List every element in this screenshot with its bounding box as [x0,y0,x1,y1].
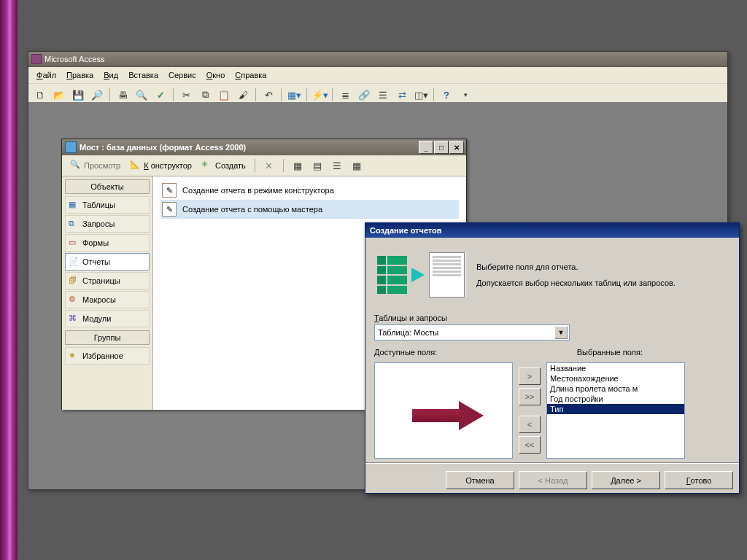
close-button[interactable]: ✕ [449,141,464,154]
db-titlebar[interactable]: Мост : база данных (формат Access 2000) … [62,139,466,155]
menu-view[interactable]: Вид [98,69,123,81]
copy-icon[interactable]: ⧉ [196,86,214,104]
app-titlebar[interactable]: Microsoft Access [28,52,727,67]
remove-field-button[interactable]: < [519,416,541,433]
menu-window[interactable]: Окно [201,69,231,81]
help-icon[interactable]: ? [438,86,455,104]
toolbar-separator [255,88,256,101]
toolbar-separator [281,88,282,101]
report-icon: 📄 [69,257,79,267]
list-item[interactable]: Местонахождение [547,373,684,384]
macro-icon: ⚙ [69,295,79,305]
sidebar-item-favorites[interactable]: ★Избранное [65,347,150,365]
toolbar-separator [332,88,333,101]
sidebar-item-pages[interactable]: 🗐Страницы [65,272,150,289]
objects-header: Объекты [65,179,150,194]
db-title: Мост : база данных (формат Access 2000) [80,143,246,152]
save-icon[interactable]: 💾 [69,86,87,104]
database-icon [65,141,77,153]
sidebar-item-modules[interactable]: ⌘Модули [65,310,150,327]
delete-icon[interactable]: ✕ [260,157,278,174]
finish-button[interactable]: Готово [665,471,733,489]
large-icons-icon[interactable]: ▦ [289,157,306,174]
create-report-wizard[interactable]: ✎ Создание отчета с помощью мастера [160,200,459,219]
back-button[interactable]: < Назад [519,471,587,489]
properties-icon[interactable]: ☰ [374,86,392,104]
list-icon[interactable]: ☰ [328,157,346,174]
menu-insert[interactable]: Вставка [123,69,163,81]
wizard-prompt-2: Допускается выбор нескольких таблиц или … [476,277,676,289]
remove-all-fields-button[interactable]: << [519,436,541,454]
sidebar-item-queries[interactable]: ⧉Запросы [65,215,150,233]
selected-fields-label: Выбранные поля: [577,348,643,357]
sidebar-item-forms[interactable]: ▭Формы [65,234,150,252]
module-icon: ⌘ [69,314,79,324]
selected-fields-listbox[interactable]: НазваниеМестонахождениеДлина пролета мос… [546,362,685,459]
menu-help[interactable]: Справка [230,69,271,81]
new-file-icon[interactable]: 🗋 [31,86,49,104]
db-toolbar: 🔍 Просмотр 📐 Конструктор ✳ Создать ✕ ▦ ▤… [62,155,466,176]
print-icon[interactable]: 🖶 [114,86,131,104]
create-report-design-view[interactable]: ✎ Создание отчета в режиме конструктора [160,181,459,200]
add-all-fields-button[interactable]: >> [519,388,541,405]
form-icon: ▭ [69,238,79,248]
table-icon: ▦ [69,200,79,210]
sidebar-item-reports[interactable]: 📄Отчеты [65,253,150,271]
undo-icon[interactable]: ↶ [260,86,277,104]
chevron-down-icon[interactable]: ▼ [554,326,568,339]
design-button[interactable]: 📐 Конструктор [126,158,196,173]
design-icon: 📐 [130,160,142,171]
preview-icon: 🔍 [70,160,82,171]
print-preview-icon[interactable]: 🔍 [133,86,150,104]
available-fields-label: Доступные поля: [374,348,437,357]
open-icon[interactable]: 📂 [50,86,68,104]
new-object-icon: ✳ [201,160,213,171]
preview-button[interactable]: 🔍 Просмотр [66,158,124,173]
tables-queries-combo[interactable]: Таблица: Мосты ▼ [374,324,570,341]
add-field-button[interactable]: > [519,368,541,385]
spelling-icon[interactable]: ✓ [152,86,169,104]
report-wizard-dialog: Создание отчетов Выберите поля для отчет… [365,222,740,494]
details-icon[interactable]: ▦ [348,157,365,174]
new-object-icon[interactable]: ◫▾ [412,86,430,104]
wizard-banner-art [377,249,465,300]
next-button[interactable]: Далее > [592,471,660,489]
combo-value: Таблица: Мосты [378,328,438,337]
search-file-icon[interactable]: 🔎 [88,86,106,104]
sidebar-item-macros[interactable]: ⚙Макросы [65,291,150,308]
cancel-button[interactable]: Отмена [446,471,514,489]
wizard-titlebar[interactable]: Создание отчетов [365,223,739,238]
wizard-prompt-1: Выберите поля для отчета. [476,261,676,273]
office-links-icon[interactable]: ▦▾ [285,86,303,104]
link-icon[interactable]: 🔗 [355,86,373,104]
toolbar-separator [173,88,174,101]
toolbar-separator [283,159,284,172]
page-icon: 🗐 [69,276,79,286]
list-item[interactable]: Год постройки [547,394,684,404]
menu-tools[interactable]: Сервис [163,69,201,81]
list-item[interactable]: Название [547,363,684,373]
minimize-button[interactable]: _ [419,141,433,154]
maximize-button[interactable]: □ [434,141,449,154]
list-item[interactable]: Тип [547,404,684,414]
cut-icon[interactable]: ✂ [177,86,195,104]
toolbar-overflow-icon[interactable]: ▾ [457,86,474,104]
slide-decorative-stripe [0,0,18,560]
menu-edit[interactable]: Правка [61,69,98,81]
query-icon: ⧉ [69,219,79,229]
relationships-icon[interactable]: ⇄ [393,86,411,104]
analyze-icon[interactable]: ⚡▾ [311,86,328,104]
arrow-icon [411,268,425,282]
list-item[interactable]: Длина пролета моста м [547,384,684,394]
available-fields-listbox[interactable] [374,362,513,459]
format-painter-icon[interactable]: 🖌 [234,86,252,104]
code-icon[interactable]: ≣ [336,86,354,104]
app-title: Microsoft Access [44,55,105,63]
db-side-panel: Объекты ▦Таблицы ⧉Запросы ▭Формы 📄Отчеты… [62,176,153,410]
new-button[interactable]: ✳ Создать [198,158,249,173]
wizard-banner: Выберите поля для отчета. Допускается вы… [374,245,730,309]
paste-icon[interactable]: 📋 [215,86,233,104]
sidebar-item-tables[interactable]: ▦Таблицы [65,196,150,214]
menu-file[interactable]: Файл [31,69,61,81]
small-icons-icon[interactable]: ▤ [309,157,326,174]
